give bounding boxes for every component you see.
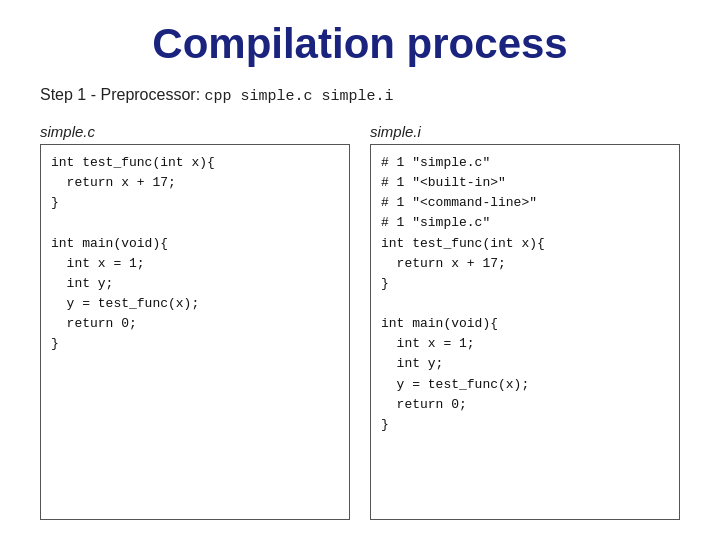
panel-simple-c: simple.c int test_func(int x){ return x … — [40, 123, 350, 520]
code-panels: simple.c int test_func(int x){ return x … — [40, 123, 680, 520]
panel-simple-i: simple.i # 1 "simple.c" # 1 "<built-in>"… — [370, 123, 680, 520]
panel-title-simple-c: simple.c — [40, 123, 350, 140]
panel-title-simple-i: simple.i — [370, 123, 680, 140]
page: Compilation process Step 1 - Preprocesso… — [0, 0, 720, 540]
code-content-simple-i: # 1 "simple.c" # 1 "<built-in>" # 1 "<co… — [381, 153, 669, 435]
code-box-simple-c: int test_func(int x){ return x + 17; } i… — [40, 144, 350, 520]
code-content-simple-c: int test_func(int x){ return x + 17; } i… — [51, 153, 339, 354]
step-text: Step 1 - Preprocessor: — [40, 86, 200, 103]
code-box-simple-i: # 1 "simple.c" # 1 "<built-in>" # 1 "<co… — [370, 144, 680, 520]
step-label: Step 1 - Preprocessor: cpp simple.c simp… — [40, 86, 680, 105]
step-command: cpp simple.c simple.i — [205, 88, 394, 105]
page-title: Compilation process — [40, 20, 680, 68]
